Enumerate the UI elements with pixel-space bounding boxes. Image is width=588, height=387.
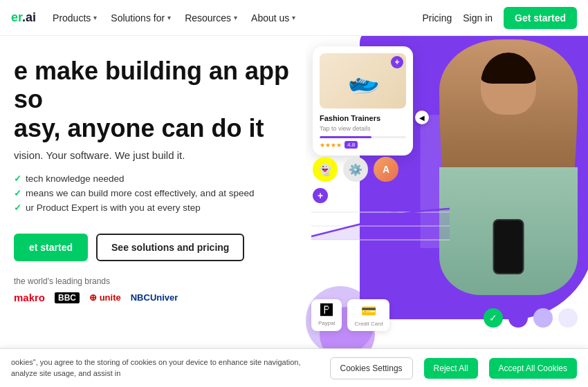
logo: er.ai xyxy=(11,10,36,25)
brands-row: makro BBC unite NBCUniver xyxy=(14,292,306,303)
product-card: 👟 + Fashion Trainers Tap to view details… xyxy=(313,46,413,155)
payment-options: 🅿 Paypal 💳 Credit Card xyxy=(311,299,389,331)
cookie-text: ookies", you agree to the storing of coo… xyxy=(11,357,319,379)
chevron-down-icon: ▾ xyxy=(93,14,97,21)
circle-lavender xyxy=(533,308,553,328)
paypal-card: 🅿 Paypal xyxy=(311,299,342,331)
nav-right: Pricing Sign in Get started xyxy=(422,7,577,29)
feature-item: tech knowledge needed xyxy=(14,173,306,184)
product-subtitle: Tap to view details xyxy=(320,125,406,132)
hero-title: e make building an app so asy, anyone ca… xyxy=(14,57,306,142)
nav-pricing-link[interactable]: Pricing xyxy=(422,12,452,23)
chevron-down-icon: ▾ xyxy=(167,14,171,21)
hero-subtitle: vision. Your software. We just build it. xyxy=(14,149,306,161)
nav-links: Products ▾ Solutions for ▾ Resources ▾ A… xyxy=(53,12,422,23)
hero-visual: B 👟 + Fashion Trainers xyxy=(306,36,588,348)
get-started-button[interactable]: et started xyxy=(14,234,88,261)
credit-card: 💳 Credit Card xyxy=(347,299,389,331)
brand-unite: unite xyxy=(89,292,121,303)
shoe-icon: 👟 xyxy=(343,62,383,100)
chevron-down-icon: ▾ xyxy=(292,14,295,21)
progress-bar xyxy=(320,136,406,138)
reject-cookies-button[interactable]: Reject All xyxy=(424,358,478,379)
cookie-banner: ookies", you agree to the storing of coo… xyxy=(0,348,588,387)
brand-makro: makro xyxy=(14,292,45,303)
check-circle-active: ✓ xyxy=(484,308,503,328)
analytics-chart xyxy=(311,191,450,247)
svg-point-4 xyxy=(389,211,399,220)
hero-section: e make building an app so asy, anyone ca… xyxy=(0,36,588,348)
woman-image xyxy=(439,39,578,295)
status-circles: ✓ xyxy=(484,308,578,328)
notification-row: 👻 ⚙️ A xyxy=(313,157,398,182)
chevron-down-icon: ▾ xyxy=(234,14,237,21)
brands-label: the world's leading brands xyxy=(14,276,306,286)
circle-light xyxy=(558,308,578,328)
nav-signin-link[interactable]: Sign in xyxy=(463,12,493,23)
settings-icon: ⚙️ xyxy=(343,157,368,182)
circle-purple xyxy=(508,308,528,328)
paypal-icon: 🅿 xyxy=(320,303,333,318)
accept-cookies-button[interactable]: Accept All Cookies xyxy=(489,358,577,379)
product-image: 👟 + xyxy=(320,53,406,108)
hero-content: e make building an app so asy, anyone ca… xyxy=(0,36,306,348)
nav-products[interactable]: Products ▾ xyxy=(53,12,97,23)
nav-about[interactable]: About us ▾ xyxy=(251,12,295,23)
progress-fill xyxy=(320,136,371,138)
nav-solutions[interactable]: Solutions for ▾ xyxy=(111,12,171,23)
add-circle-button[interactable]: + xyxy=(313,188,328,203)
product-title: Fashion Trainers xyxy=(320,114,406,122)
navbar: er.ai Products ▾ Solutions for ▾ Resourc… xyxy=(0,0,588,36)
nav-resources[interactable]: Resources ▾ xyxy=(185,12,237,23)
add-badge: + xyxy=(391,56,403,68)
see-solutions-button[interactable]: See solutions and pricing xyxy=(96,234,244,261)
cta-row: et started See solutions and pricing xyxy=(14,234,306,261)
prev-button[interactable]: ◀ xyxy=(415,111,429,124)
feature-item: ur Product Expert is with you at every s… xyxy=(14,202,306,213)
feature-item: means we can build more cost effectively… xyxy=(14,188,306,198)
hero-features: tech knowledge needed means we can build… xyxy=(14,173,306,217)
nav-get-started-button[interactable]: Get started xyxy=(504,7,577,29)
card-icon: 💳 xyxy=(361,303,376,319)
cookie-settings-button[interactable]: Cookies Settings xyxy=(330,357,413,379)
brand-nbc: NBCUniver xyxy=(131,292,178,303)
rating-row: ★★★★ 4.8 xyxy=(320,141,406,149)
brand-bbc: BBC xyxy=(55,292,80,303)
snapchat-icon: 👻 xyxy=(313,157,338,182)
user-avatar: A xyxy=(374,157,398,182)
